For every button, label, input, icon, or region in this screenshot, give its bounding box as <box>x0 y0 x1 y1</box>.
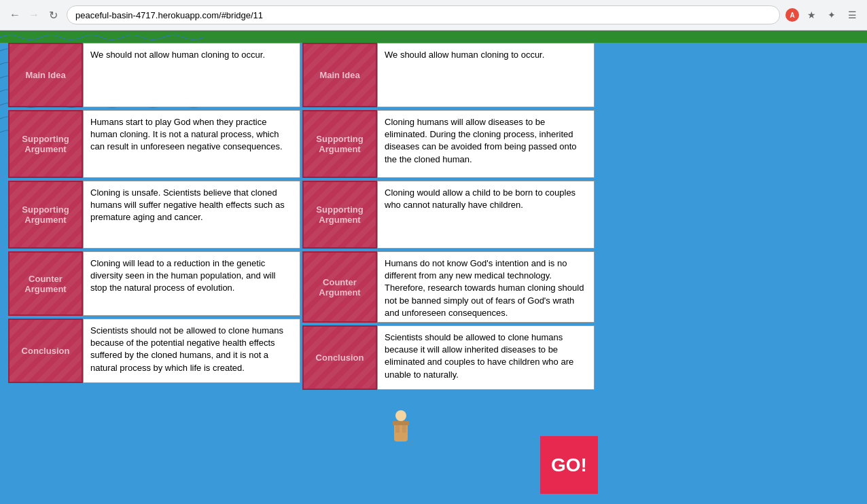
right-conclusion-row: Conclusion Scientists should be allowed … <box>302 325 595 390</box>
right-supporting1-content: Cloning humans will allow diseases to be… <box>377 110 595 178</box>
address-bar[interactable]: peaceful-basin-4717.herokuapp.com/#bridg… <box>67 5 780 24</box>
left-counter-row: Counter Argument Cloning will lead to a … <box>8 251 300 316</box>
left-supporting2-content: Cloning is unsafe. Scientists believe th… <box>83 181 300 249</box>
svg-rect-5 <box>393 421 409 425</box>
browser-actions: A ★ ✦ ☰ <box>785 7 860 23</box>
left-supporting1-label: Supporting Argument <box>8 110 83 178</box>
left-supporting1-row: Supporting Argument Humans start to play… <box>8 110 300 178</box>
right-supporting2-row: Supporting Argument Cloning would allow … <box>302 181 595 249</box>
character-sprite <box>387 409 414 450</box>
left-main-idea-row: Main Idea We should not allow human clon… <box>8 43 300 107</box>
left-counter-content: Cloning will lead to a reduction in the … <box>83 251 300 316</box>
left-main-idea-label: Main Idea <box>8 43 83 107</box>
right-main-idea-label: Main Idea <box>302 43 377 107</box>
left-main-idea-content: We should not allow human cloning to occ… <box>83 43 300 107</box>
right-conclusion-label: Conclusion <box>302 325 377 390</box>
forward-button[interactable]: → <box>26 7 42 23</box>
left-conclusion-label: Conclusion <box>8 319 83 383</box>
main-content: Main Idea We should not allow human clon… <box>0 31 867 504</box>
left-supporting2-label: Supporting Argument <box>8 181 83 249</box>
nav-buttons: ← → ↻ <box>7 7 61 23</box>
left-supporting2-row: Supporting Argument Cloning is unsafe. S… <box>8 181 300 249</box>
back-button[interactable]: ← <box>7 7 23 23</box>
right-supporting1-row: Supporting Argument Cloning humans will … <box>302 110 595 178</box>
extensions2-button[interactable]: ✦ <box>824 7 840 23</box>
reload-button[interactable]: ↻ <box>45 7 61 23</box>
left-conclusion-row: Conclusion Scientists should not be allo… <box>8 319 300 383</box>
left-conclusion-content: Scientists should not be allowed to clon… <box>83 319 300 383</box>
right-supporting1-label: Supporting Argument <box>302 110 377 178</box>
right-counter-label: Counter Argument <box>302 251 377 323</box>
browser-chrome: ← → ↻ peaceful-basin-4717.herokuapp.com/… <box>0 0 867 31</box>
right-counter-row: Counter Argument Humans do not know God'… <box>302 251 595 323</box>
right-panel: Main Idea We should allow human cloning … <box>302 43 595 497</box>
green-bar <box>0 31 867 43</box>
url-text: peaceful-basin-4717.herokuapp.com/#bridg… <box>75 10 263 20</box>
extensions-button[interactable]: A <box>785 8 799 22</box>
svg-point-1 <box>395 410 406 421</box>
right-main-idea-row: Main Idea We should allow human cloning … <box>302 43 595 107</box>
go-button[interactable]: GO! <box>540 436 598 494</box>
left-panel: Main Idea We should not allow human clon… <box>8 43 300 497</box>
right-supporting2-content: Cloning would allow a child to be born t… <box>377 181 595 249</box>
bookmark-button[interactable]: ★ <box>803 7 819 23</box>
character-svg <box>387 409 414 450</box>
left-counter-label: Counter Argument <box>8 251 83 316</box>
left-supporting1-content: Humans start to play God when they pract… <box>83 110 300 178</box>
right-conclusion-content: Scientists should be allowed to clone hu… <box>377 325 595 390</box>
right-supporting2-label: Supporting Argument <box>302 181 377 249</box>
right-counter-content: Humans do not know God's intention and i… <box>377 251 595 323</box>
menu-button[interactable]: ☰ <box>844 7 860 23</box>
right-main-idea-content: We should allow human cloning to occur. <box>377 43 595 107</box>
